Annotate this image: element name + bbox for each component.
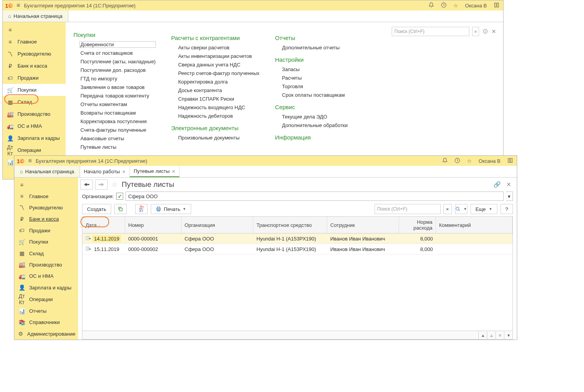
sidebar-item-assets[interactable]: 🚛ОС и НМА	[14, 270, 78, 282]
sidebar-item-salary[interactable]: 👤Зарплата и кадры	[14, 282, 78, 293]
section-link[interactable]: Торговля	[275, 84, 357, 89]
nav-forward[interactable]	[95, 179, 108, 190]
user-menu-icon[interactable]	[492, 2, 501, 9]
star-icon[interactable]: ☆	[465, 158, 473, 164]
sidebar-item-ops[interactable]: ДтКтОперации	[3, 144, 66, 156]
user-label[interactable]: Оксана В	[464, 3, 488, 9]
col-vehicle[interactable]: Транспортное средство	[253, 217, 327, 233]
section-link[interactable]: Срок оплаты поставщикам	[275, 92, 357, 98]
sidebar-item-ops[interactable]: ДтКтОперации	[14, 293, 78, 305]
link-icon[interactable]: 🔗	[493, 181, 501, 188]
section-link[interactable]: Реестр счетов-фактур полученных	[171, 70, 259, 76]
col-employee[interactable]: Сотрудник	[327, 217, 399, 233]
sidebar-item-bank[interactable]: ₽Банк и касса	[14, 213, 78, 225]
find-button[interactable]: ▼	[455, 204, 467, 214]
table-row[interactable]: 15.11.20190000-000002Сфера ОООHyundai H-…	[82, 244, 513, 254]
sidebar-item-assets[interactable]: 🚛ОС и НМА	[3, 120, 66, 132]
user-label[interactable]: Оксана В	[477, 158, 502, 164]
section-link[interactable]: Дополнительные обработки	[275, 122, 357, 128]
search-clear[interactable]: ×	[472, 27, 479, 36]
col-date[interactable]: Дата↓	[82, 217, 125, 233]
org-dropdown[interactable]: ▾	[506, 192, 513, 201]
section-link[interactable]: Корректировка долга	[171, 79, 259, 85]
tab-waybills[interactable]: Путевые листы ×	[130, 166, 180, 177]
sidebar-item-manager[interactable]: 〽Руководителю	[14, 202, 78, 213]
section-link[interactable]: Справки 1СПАРК Риски	[171, 96, 259, 102]
menu-icon[interactable]: ≡	[28, 157, 31, 164]
sidebar-item-warehouse[interactable]: ▦Склад	[3, 96, 66, 108]
section-link[interactable]: Заявления о ввозе товаров	[73, 84, 155, 90]
section-link[interactable]: Надежность дебиторов	[171, 113, 259, 119]
section-link[interactable]: Запасы	[275, 66, 357, 72]
section-link[interactable]: Счета от поставщиков	[73, 50, 155, 56]
close-icon[interactable]: ✕	[506, 181, 511, 188]
section-link[interactable]: Путевые листы	[73, 144, 155, 150]
section-link[interactable]: Поступление (акты, накладные)	[73, 59, 155, 64]
history-icon[interactable]	[439, 2, 448, 9]
sidebar-item-purchases[interactable]: 🛒Покупки	[3, 84, 66, 96]
sidebar-toggle[interactable]: ≡	[14, 179, 78, 190]
dtkt-button[interactable]: ДтКт	[135, 204, 148, 214]
col-number[interactable]: Номер	[125, 217, 181, 233]
more-button[interactable]: Еще▼	[471, 204, 497, 214]
sidebar-item-reports[interactable]: 📊Отчеты	[14, 305, 78, 317]
section-link[interactable]: ГТД по импорту	[73, 76, 155, 82]
search-input[interactable]: Поиск (Ctrl+F)	[392, 27, 469, 36]
sidebar-item-production[interactable]: 🏭Производство	[3, 108, 66, 120]
bell-icon[interactable]	[427, 2, 436, 9]
sidebar-item-production[interactable]: 🏭Производство	[14, 259, 78, 270]
scroll-up[interactable]: ▵	[487, 331, 495, 339]
settings-icon[interactable]: ⚙	[482, 27, 488, 36]
col-comment[interactable]: Комментарий	[436, 217, 513, 233]
tab-start[interactable]: Начало работы ×	[80, 166, 130, 177]
table-search-input[interactable]: Поиск (Ctrl+F)	[375, 204, 441, 214]
org-checkbox[interactable]: ✓	[116, 193, 123, 200]
section-link[interactable]: Корректировка поступления	[73, 118, 155, 124]
section-link[interactable]: Доверенности	[80, 42, 155, 47]
sidebar-item-catalogs[interactable]: 📚Справочники	[14, 317, 78, 328]
history-icon[interactable]	[453, 158, 462, 164]
close-icon[interactable]: ×	[122, 169, 126, 175]
home-tab[interactable]: ⌂ Начальная страница	[14, 166, 80, 177]
scroll-down[interactable]: ▿	[495, 331, 504, 339]
scroll-top[interactable]: ▴	[478, 331, 487, 339]
sidebar-item-sales[interactable]: 🏷Продажи	[3, 72, 66, 84]
create-button[interactable]: Создать	[82, 204, 111, 214]
user-menu-icon[interactable]	[506, 158, 514, 164]
section-link[interactable]: Текущие дела ЭДО	[275, 114, 357, 120]
sidebar-item-main[interactable]: ≡Главное	[14, 190, 78, 202]
section-link[interactable]: Надежность входящего НДС	[171, 105, 259, 110]
sidebar-item-purchases[interactable]: 🛒Покупки	[14, 236, 78, 247]
sidebar-toggle[interactable]: ≡	[3, 24, 66, 36]
section-link[interactable]: Возвраты поставщикам	[73, 110, 155, 116]
sidebar-item-sales[interactable]: 🏷Продажи	[14, 225, 78, 236]
section-link[interactable]: Дополнительные отчеты	[275, 45, 357, 51]
sidebar-item-warehouse[interactable]: ▦Склад	[14, 247, 78, 259]
close-icon[interactable]: ✕	[492, 28, 496, 35]
sidebar-item-salary[interactable]: 👤Зарплата и кадры	[3, 132, 66, 144]
search-clear[interactable]: ×	[443, 204, 452, 214]
section-link[interactable]: Акты сверки расчетов	[171, 45, 259, 51]
section-link[interactable]: Авансовые отчеты	[73, 136, 155, 141]
bell-icon[interactable]	[441, 158, 449, 164]
sidebar-item-admin[interactable]: ⚙Администрирование	[14, 328, 78, 340]
scroll-bottom[interactable]: ▾	[504, 331, 513, 339]
org-input[interactable]: Сфера ООО	[126, 192, 504, 201]
section-link[interactable]: Счета-фактуры полученные	[73, 127, 155, 133]
section-link[interactable]: Сверка данных учета НДС	[171, 62, 259, 68]
star-icon[interactable]: ☆	[452, 3, 460, 9]
section-link[interactable]: Отчеты комитентам	[73, 101, 155, 107]
help-button[interactable]: ?	[500, 204, 513, 214]
sidebar-item-manager[interactable]: 〽Руководителю	[3, 48, 66, 60]
menu-icon[interactable]: ≡	[16, 2, 20, 9]
sidebar-item-main[interactable]: ≡Главное	[3, 36, 66, 48]
col-org[interactable]: Организация	[181, 217, 253, 233]
print-button[interactable]: Печать▼	[151, 204, 191, 214]
table-row[interactable]: 14.11.20190000-000001Сфера ОООHyundai H-…	[82, 233, 513, 244]
nav-back[interactable]	[80, 179, 93, 190]
close-icon[interactable]: ×	[172, 168, 175, 174]
section-link[interactable]: Акты инвентаризации расчетов	[171, 53, 259, 59]
home-tab[interactable]: ⌂ Начальная страница	[3, 10, 68, 22]
section-link[interactable]: Произвольные документы	[171, 135, 259, 141]
section-link[interactable]: Расчеты	[275, 75, 357, 81]
